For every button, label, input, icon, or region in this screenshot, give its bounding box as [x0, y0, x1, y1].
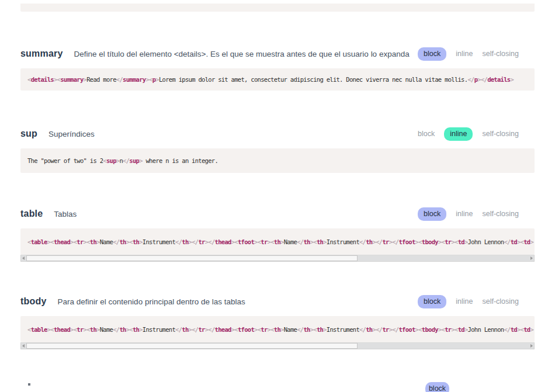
section-sup: sup Superíndices block inline self-closi… [20, 126, 535, 173]
code-example: The "power of two" is 2<sup>n</sup> wher… [20, 148, 535, 173]
horizontal-scrollbar[interactable] [20, 342, 535, 349]
badge-inline: inline [456, 47, 473, 61]
element-description: Superíndices [48, 130, 95, 138]
badge-block-active: block [418, 295, 446, 308]
badge-block-active-partial: block [425, 382, 449, 392]
entry-header: summary Define el título del elemento <d… [20, 46, 535, 61]
display-type-badges: block inline self-closing [418, 47, 535, 61]
section-summary: summary Define el título del elemento <d… [20, 46, 535, 91]
element-title-sup[interactable]: sup [20, 129, 37, 139]
scroll-left-arrow-icon[interactable] [22, 344, 25, 348]
horizontal-scrollbar[interactable] [20, 255, 535, 262]
previous-code-block-partial [20, 4, 535, 12]
element-title-tbody[interactable]: tbody [20, 296, 47, 307]
display-type-badges: block inline self-closing [418, 127, 535, 141]
scrollbar-thumb[interactable] [26, 343, 358, 349]
element-description: Para definir el contenido principal dent… [58, 297, 245, 306]
badge-inline: inline [456, 295, 473, 308]
entry-header: table Tablas block inline self-closing [20, 206, 535, 221]
entry-header: tbody Para definir el contenido principa… [20, 294, 535, 309]
scroll-right-arrow-icon[interactable] [530, 344, 533, 348]
code-example: <details><summary>Read more</summary><p>… [20, 68, 535, 91]
scroll-right-arrow-icon[interactable] [530, 256, 533, 260]
badge-block-active: block [418, 207, 446, 221]
scroll-left-arrow-icon[interactable] [22, 256, 25, 260]
element-title-summary[interactable]: summary [20, 48, 63, 59]
badge-self-closing: self-closing [482, 295, 519, 308]
element-description: Define el título del elemento <details>.… [74, 50, 410, 58]
badge-block-active: block [418, 47, 446, 61]
badge-inline-active: inline [444, 127, 473, 141]
badge-self-closing: self-closing [482, 47, 519, 61]
element-title-table[interactable]: table [20, 209, 43, 219]
section-tbody: tbody Para definir el contenido principa… [20, 294, 535, 349]
badge-self-closing: self-closing [482, 207, 519, 221]
element-description: Tablas [54, 210, 77, 218]
section-table: table Tablas block inline self-closing <… [20, 206, 535, 262]
code-example: <table><thead><tr><th>Name</th> <th>Inst… [20, 228, 535, 255]
display-type-badges: block inline self-closing [418, 295, 535, 308]
display-type-badges: block inline self-closing [418, 207, 535, 221]
code-example: <table><thead><tr><th>Name</th> <th>Inst… [20, 316, 535, 342]
badge-inline: inline [456, 207, 473, 221]
scrollbar-thumb[interactable] [26, 255, 358, 261]
next-element-title-partial [28, 383, 30, 386]
badge-self-closing: self-closing [482, 127, 519, 141]
badge-block: block [418, 127, 435, 141]
entry-header: sup Superíndices block inline self-closi… [20, 126, 535, 141]
